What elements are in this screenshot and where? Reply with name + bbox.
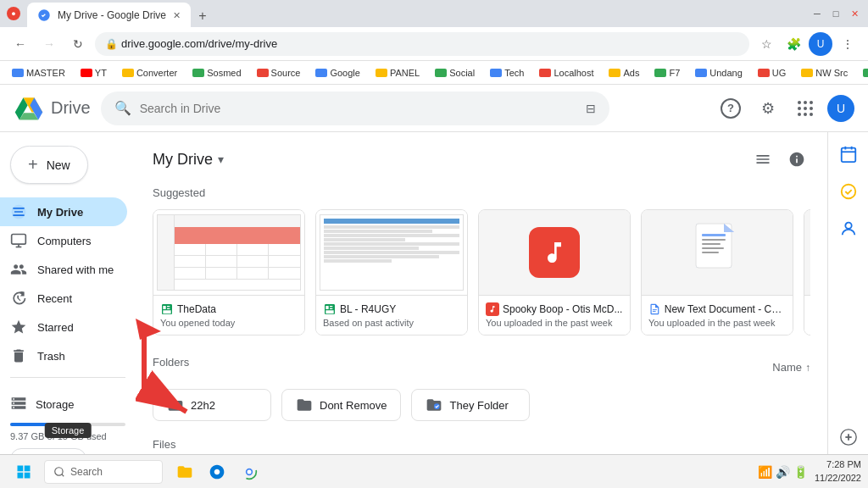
settings-btn[interactable]: ⚙ xyxy=(753,93,783,124)
svg-point-2 xyxy=(810,101,813,104)
svg-point-43 xyxy=(845,223,851,229)
bookmark-social[interactable]: Social xyxy=(430,66,480,80)
bookmark-star-icon[interactable]: ☆ xyxy=(754,32,778,56)
folder-name-22h2: 22h2 xyxy=(191,399,215,412)
bookmark-google[interactable]: Google xyxy=(310,66,364,80)
tasks-btn[interactable] xyxy=(833,176,864,207)
bookmark-land[interactable]: Land xyxy=(858,66,868,80)
address-bar[interactable]: 🔒 drive.google.com/drive/my-drive xyxy=(95,32,749,56)
new-btn[interactable]: + New xyxy=(10,146,88,184)
bookmark-localhost[interactable]: Localhost xyxy=(534,66,598,80)
file-card-newdoc1[interactable]: New Text Document - Copy... You uploaded… xyxy=(641,209,793,336)
folders-label: Folders xyxy=(153,356,189,369)
computers-icon xyxy=(10,232,27,249)
folder-22h2[interactable]: 22h2 xyxy=(153,389,271,421)
clock[interactable]: 7:28 PM 11/22/2022 xyxy=(815,458,861,485)
sidebar-item-my-drive[interactable]: My Drive xyxy=(0,197,127,226)
taskbar-search-bar[interactable]: Search xyxy=(44,460,163,484)
search-icon: 🔍 xyxy=(114,100,131,116)
extension-puzzle-icon[interactable]: 🧩 xyxy=(782,32,805,56)
file-card-newdoc2[interactable]: New Text Document - Copy... Based on pas… xyxy=(804,209,810,336)
minimize-btn[interactable]: ─ xyxy=(810,7,824,20)
folders-header: Folders Name ↑ xyxy=(153,356,810,379)
file-explorer-btn[interactable] xyxy=(170,457,200,487)
file-card-preview-bl xyxy=(316,210,467,295)
tab-title: My Drive - Google Drive xyxy=(58,9,166,21)
back-btn[interactable]: ← xyxy=(8,32,32,56)
start-btn[interactable] xyxy=(7,457,41,487)
bookmark-ads[interactable]: Ads xyxy=(604,66,644,80)
apps-btn[interactable] xyxy=(790,93,821,124)
maximize-btn[interactable]: □ xyxy=(829,7,843,20)
starred-icon xyxy=(10,319,27,336)
storage-item[interactable]: Storage Storage xyxy=(10,391,125,418)
bookmark-panel[interactable]: PANEL xyxy=(370,66,425,80)
file-meta-bl: Based on past activity xyxy=(323,318,460,328)
sidebar-item-recent[interactable]: Recent xyxy=(0,284,127,313)
suggested-section: Suggested xyxy=(153,186,810,336)
tab-close-btn[interactable]: ✕ xyxy=(173,10,181,21)
active-tab[interactable]: My Drive - Google Drive ✕ xyxy=(27,3,191,28)
file-card-thedata[interactable]: TheData You opened today xyxy=(153,209,305,336)
help-btn[interactable]: ? xyxy=(715,93,746,124)
folder-dontremove[interactable]: Dont Remove xyxy=(281,389,401,421)
bookmark-yt[interactable]: YT xyxy=(75,66,112,80)
file-card-spooky[interactable]: Spooky Boop - Otis McD... You uploaded i… xyxy=(478,209,631,336)
profile-icon[interactable]: U xyxy=(809,32,832,56)
battery-icon[interactable]: 🔋 xyxy=(793,465,808,479)
svg-point-1 xyxy=(804,101,807,104)
list-view-btn[interactable] xyxy=(749,146,776,173)
add-panel-btn[interactable] xyxy=(833,422,864,452)
folder-name-they: They Folder xyxy=(449,399,508,412)
search-bar[interactable]: 🔍 ⊟ xyxy=(101,92,609,125)
bookmark-undang[interactable]: Undang xyxy=(690,66,748,80)
tab-favicon xyxy=(37,8,51,22)
folder-they[interactable]: They Folder xyxy=(411,389,530,421)
main-header: My Drive ▾ xyxy=(153,146,810,173)
info-btn[interactable] xyxy=(783,146,810,173)
file-meta-thedata: You opened today xyxy=(160,318,298,328)
bookmarks-bar: MASTER YT Converter Sosmed Source Google… xyxy=(0,61,868,85)
bookmark-converter[interactable]: Converter xyxy=(117,66,182,80)
avatar[interactable]: U xyxy=(827,95,854,122)
new-tab-btn[interactable]: + xyxy=(191,4,214,28)
files-label: Files xyxy=(153,438,810,451)
search-options-icon[interactable]: ⊟ xyxy=(586,102,596,115)
search-input[interactable] xyxy=(140,102,577,115)
refresh-btn[interactable]: ↻ xyxy=(66,32,90,56)
drive-logo-text: Drive xyxy=(51,98,91,118)
contacts-btn[interactable] xyxy=(833,214,864,244)
bookmark-nwsrc[interactable]: NW Src xyxy=(796,66,853,80)
file-card-preview-newdoc2 xyxy=(804,210,810,295)
file-card-bl[interactable]: BL - R4UGY Based on past activity xyxy=(315,209,468,336)
sidebar-item-shared[interactable]: Shared with me xyxy=(0,255,127,284)
wifi-icon[interactable]: 📶 xyxy=(758,465,772,479)
bookmark-tech[interactable]: Tech xyxy=(485,66,529,80)
storage-label: Storage xyxy=(36,398,75,411)
bookmark-ug[interactable]: UG xyxy=(753,66,792,80)
bookmark-master[interactable]: MASTER xyxy=(7,66,70,80)
app-container: Drive 🔍 ⊟ ? ⚙ xyxy=(0,85,868,459)
bookmark-f7[interactable]: F7 xyxy=(649,66,685,80)
more-btn[interactable]: ⋮ xyxy=(836,32,860,56)
sidebar-item-trash[interactable]: Trash xyxy=(0,341,127,370)
forward-btn[interactable]: → xyxy=(37,32,61,56)
calendar-btn[interactable] xyxy=(833,139,864,169)
file-card-preview-spooky xyxy=(479,210,630,295)
volume-icon[interactable]: 🔊 xyxy=(776,465,790,479)
name-sort-btn[interactable]: Name ↑ xyxy=(772,361,810,374)
file-card-info-bl: BL - R4UGY Based on past activity xyxy=(316,295,467,335)
main-title-actions xyxy=(749,146,810,173)
edge-btn[interactable] xyxy=(202,457,232,487)
taskbar-right: 📶 🔊 🔋 7:28 PM 11/22/2022 xyxy=(758,458,861,485)
bookmark-source[interactable]: Source xyxy=(252,66,306,80)
chrome-btn[interactable] xyxy=(234,457,264,487)
page-title: My Drive xyxy=(153,151,213,169)
folder-icon-22h2 xyxy=(167,396,184,413)
sidebar-item-starred[interactable]: Starred xyxy=(0,313,127,341)
close-btn[interactable]: ✕ xyxy=(848,7,861,20)
bookmark-sosmed[interactable]: Sosmed xyxy=(187,66,246,80)
chevron-down-icon[interactable]: ▾ xyxy=(218,152,224,166)
suggested-label: Suggested xyxy=(153,186,810,199)
sidebar-item-computers[interactable]: Computers xyxy=(0,226,127,255)
